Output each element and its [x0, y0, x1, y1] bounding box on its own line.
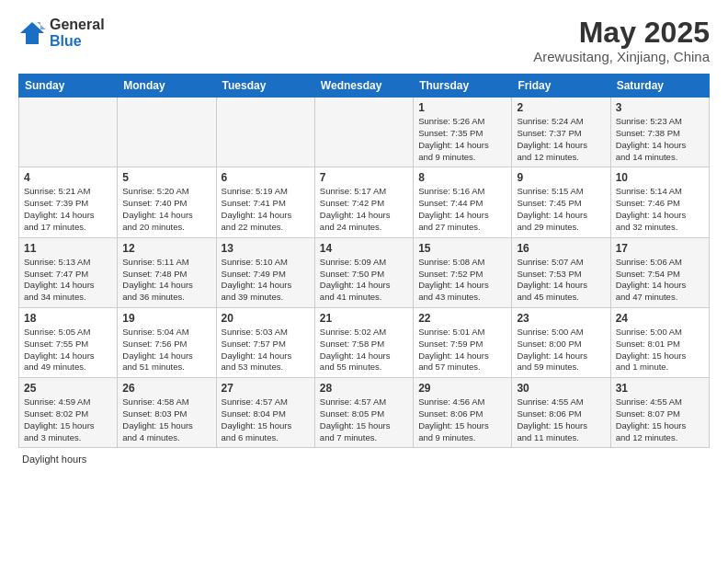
day-info: Sunrise: 5:19 AM Sunset: 7:41 PM Dayligh… — [222, 186, 310, 233]
day-info: Sunrise: 5:24 AM Sunset: 7:37 PM Dayligh… — [517, 116, 605, 163]
day-number: 17 — [616, 242, 704, 255]
week-row-1: 1Sunrise: 5:26 AM Sunset: 7:35 PM Daylig… — [19, 98, 710, 167]
calendar-cell: 21Sunrise: 5:02 AM Sunset: 7:58 PM Dayli… — [314, 307, 413, 377]
day-number: 12 — [122, 242, 210, 255]
day-info: Sunrise: 4:55 AM Sunset: 8:06 PM Dayligh… — [517, 396, 605, 443]
header-row: SundayMondayTuesdayWednesdayThursdayFrid… — [19, 75, 710, 98]
calendar-cell: 16Sunrise: 5:07 AM Sunset: 7:53 PM Dayli… — [512, 237, 610, 307]
logo-text: General Blue — [50, 17, 105, 49]
calendar-header: SundayMondayTuesdayWednesdayThursdayFrid… — [19, 75, 710, 98]
calendar-cell: 30Sunrise: 4:55 AM Sunset: 8:06 PM Dayli… — [512, 378, 610, 448]
day-number: 19 — [122, 312, 210, 325]
day-info: Sunrise: 5:15 AM Sunset: 7:45 PM Dayligh… — [517, 186, 605, 233]
main-title: May 2025 — [533, 17, 710, 49]
day-header-wednesday: Wednesday — [314, 75, 413, 98]
logo: General Blue — [18, 17, 105, 49]
calendar-cell: 2Sunrise: 5:24 AM Sunset: 7:37 PM Daylig… — [512, 98, 610, 167]
day-info: Sunrise: 5:11 AM Sunset: 7:48 PM Dayligh… — [122, 257, 210, 304]
day-number: 30 — [517, 382, 605, 395]
day-info: Sunrise: 5:10 AM Sunset: 7:49 PM Dayligh… — [222, 257, 310, 304]
calendar-cell: 26Sunrise: 4:58 AM Sunset: 8:03 PM Dayli… — [118, 378, 216, 448]
day-number: 11 — [24, 242, 112, 255]
day-number: 18 — [24, 312, 112, 325]
day-number: 13 — [222, 242, 310, 255]
day-number: 28 — [320, 382, 408, 395]
footer-note: Daylight hours — [18, 454, 710, 465]
day-number: 31 — [616, 382, 704, 395]
day-info: Sunrise: 5:13 AM Sunset: 7:47 PM Dayligh… — [24, 257, 112, 304]
day-number: 26 — [122, 382, 210, 395]
calendar-cell: 20Sunrise: 5:03 AM Sunset: 7:57 PM Dayli… — [216, 307, 314, 377]
day-info: Sunrise: 4:55 AM Sunset: 8:07 PM Dayligh… — [616, 396, 704, 443]
calendar-cell: 18Sunrise: 5:05 AM Sunset: 7:55 PM Dayli… — [19, 307, 118, 377]
day-info: Sunrise: 5:00 AM Sunset: 8:00 PM Dayligh… — [517, 327, 605, 373]
day-header-monday: Monday — [118, 75, 216, 98]
day-info: Sunrise: 5:26 AM Sunset: 7:35 PM Dayligh… — [418, 116, 506, 163]
day-number: 20 — [222, 312, 310, 325]
day-info: Sunrise: 5:08 AM Sunset: 7:52 PM Dayligh… — [418, 257, 506, 304]
day-info: Sunrise: 5:21 AM Sunset: 7:39 PM Dayligh… — [24, 186, 112, 233]
calendar-cell: 29Sunrise: 4:56 AM Sunset: 8:06 PM Dayli… — [414, 378, 512, 448]
day-info: Sunrise: 5:14 AM Sunset: 7:46 PM Dayligh… — [616, 186, 704, 233]
day-info: Sunrise: 4:58 AM Sunset: 8:03 PM Dayligh… — [122, 396, 210, 443]
calendar-cell: 14Sunrise: 5:09 AM Sunset: 7:50 PM Dayli… — [314, 237, 413, 307]
calendar-cell: 15Sunrise: 5:08 AM Sunset: 7:52 PM Dayli… — [414, 237, 512, 307]
day-info: Sunrise: 5:02 AM Sunset: 7:58 PM Dayligh… — [320, 327, 408, 373]
day-number: 15 — [418, 242, 506, 255]
day-number: 29 — [418, 382, 506, 395]
calendar-cell: 3Sunrise: 5:23 AM Sunset: 7:38 PM Daylig… — [610, 98, 709, 167]
calendar-cell: 23Sunrise: 5:00 AM Sunset: 8:00 PM Dayli… — [512, 307, 610, 377]
day-header-thursday: Thursday — [414, 75, 512, 98]
day-number: 21 — [320, 312, 408, 325]
day-number: 14 — [320, 242, 408, 255]
day-number: 3 — [616, 101, 704, 114]
week-row-2: 4Sunrise: 5:21 AM Sunset: 7:39 PM Daylig… — [19, 167, 710, 237]
day-info: Sunrise: 5:16 AM Sunset: 7:44 PM Dayligh… — [418, 186, 506, 233]
calendar-cell: 13Sunrise: 5:10 AM Sunset: 7:49 PM Dayli… — [216, 237, 314, 307]
calendar-cell: 4Sunrise: 5:21 AM Sunset: 7:39 PM Daylig… — [19, 167, 118, 237]
calendar-cell: 27Sunrise: 4:57 AM Sunset: 8:04 PM Dayli… — [216, 378, 314, 448]
day-header-tuesday: Tuesday — [216, 75, 314, 98]
calendar-cell: 28Sunrise: 4:57 AM Sunset: 8:05 PM Dayli… — [314, 378, 413, 448]
day-info: Sunrise: 4:57 AM Sunset: 8:05 PM Dayligh… — [320, 396, 408, 443]
calendar-cell — [118, 98, 216, 167]
day-info: Sunrise: 4:57 AM Sunset: 8:04 PM Dayligh… — [222, 396, 310, 443]
week-row-3: 11Sunrise: 5:13 AM Sunset: 7:47 PM Dayli… — [19, 237, 710, 307]
calendar-cell: 6Sunrise: 5:19 AM Sunset: 7:41 PM Daylig… — [216, 167, 314, 237]
calendar-cell: 7Sunrise: 5:17 AM Sunset: 7:42 PM Daylig… — [314, 167, 413, 237]
calendar: SundayMondayTuesdayWednesdayThursdayFrid… — [18, 74, 710, 448]
calendar-cell: 1Sunrise: 5:26 AM Sunset: 7:35 PM Daylig… — [414, 98, 512, 167]
day-number: 5 — [122, 171, 210, 184]
logo-general: General — [50, 17, 105, 33]
day-number: 16 — [517, 242, 605, 255]
day-info: Sunrise: 5:09 AM Sunset: 7:50 PM Dayligh… — [320, 257, 408, 304]
day-number: 1 — [418, 101, 506, 114]
calendar-cell: 10Sunrise: 5:14 AM Sunset: 7:46 PM Dayli… — [610, 167, 709, 237]
day-info: Sunrise: 5:01 AM Sunset: 7:59 PM Dayligh… — [418, 327, 506, 373]
day-number: 25 — [24, 382, 112, 395]
day-header-saturday: Saturday — [610, 75, 709, 98]
day-number: 6 — [222, 171, 310, 184]
day-info: Sunrise: 5:03 AM Sunset: 7:57 PM Dayligh… — [222, 327, 310, 373]
day-info: Sunrise: 5:07 AM Sunset: 7:53 PM Dayligh… — [517, 257, 605, 304]
calendar-cell: 17Sunrise: 5:06 AM Sunset: 7:54 PM Dayli… — [610, 237, 709, 307]
calendar-cell — [216, 98, 314, 167]
header: General Blue May 2025 Arewusitang, Xinji… — [18, 17, 710, 64]
day-info: Sunrise: 4:59 AM Sunset: 8:02 PM Dayligh… — [24, 396, 112, 443]
calendar-cell: 5Sunrise: 5:20 AM Sunset: 7:40 PM Daylig… — [118, 167, 216, 237]
calendar-cell: 19Sunrise: 5:04 AM Sunset: 7:56 PM Dayli… — [118, 307, 216, 377]
calendar-cell — [19, 98, 118, 167]
calendar-cell: 9Sunrise: 5:15 AM Sunset: 7:45 PM Daylig… — [512, 167, 610, 237]
logo-icon — [18, 20, 46, 46]
day-number: 24 — [616, 312, 704, 325]
calendar-cell: 11Sunrise: 5:13 AM Sunset: 7:47 PM Dayli… — [19, 237, 118, 307]
day-info: Sunrise: 5:23 AM Sunset: 7:38 PM Dayligh… — [616, 116, 704, 163]
day-number: 4 — [24, 171, 112, 184]
calendar-body: 1Sunrise: 5:26 AM Sunset: 7:35 PM Daylig… — [19, 98, 710, 448]
day-number: 10 — [616, 171, 704, 184]
logo-blue: Blue — [50, 33, 105, 50]
day-number: 22 — [418, 312, 506, 325]
title-block: May 2025 Arewusitang, Xinjiang, China — [533, 17, 710, 64]
day-number: 9 — [517, 171, 605, 184]
day-info: Sunrise: 5:04 AM Sunset: 7:56 PM Dayligh… — [122, 327, 210, 373]
